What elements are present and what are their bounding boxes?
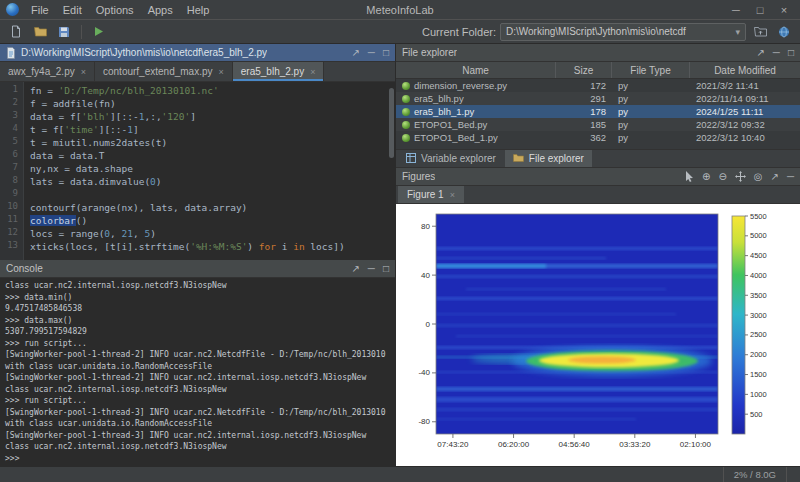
pan-icon[interactable] [735,171,746,182]
minimize-panel-icon[interactable]: ─ [787,171,794,182]
menu-help[interactable]: Help [180,0,217,20]
column-header-date-modified[interactable]: Date Modified [690,62,800,78]
console-title: Console [6,263,43,274]
dock-tab-file-explorer[interactable]: File explorer [505,150,592,167]
code-segment: locs = range( [30,228,104,239]
editor-panel-header: D:\Working\MIScript\Jython\mis\io\netcdf… [0,44,395,62]
file-row-etopo1-bed-1-py[interactable]: ETOPO1_Bed_1.py362py2022/3/12 10:40 [396,131,800,144]
code-segment: 'time' [64,124,98,135]
column-header-size[interactable]: Size [556,62,612,78]
editor-tab-contourf-extend-max-py[interactable]: contourf_extend_max.py× [95,62,233,81]
new-file-icon[interactable] [6,23,26,41]
file-name: era5_blh.py [414,93,464,104]
code-line: ny,nx = data.shape [30,162,395,175]
code-segment: , [133,228,144,239]
column-header-file-type[interactable]: File Type [612,62,690,78]
file-name-cell: era5_blh_1.py [396,105,556,118]
editor-tab-bar: awx_fy4a_2.py×contourf_extend_max.py×era… [0,62,395,82]
console-line: 5307.799517594829 [5,326,390,338]
select-arrow-icon[interactable] [685,171,694,182]
file-modified-cell: 2021/3/2 11:41 [690,79,800,92]
current-folder-combo[interactable]: D:\Working\MIScript\Jython\mis\io\netcdf… [500,23,746,41]
memory-indicator[interactable]: 2% / 8.0G [723,467,786,482]
folder-icon [513,153,524,165]
code-segment: i [276,241,293,252]
float-panel-icon[interactable]: ↗ [756,47,764,58]
tab-label: awx_fy4a_2.py [8,66,75,77]
tab-close-icon[interactable]: × [310,67,315,77]
maximize-panel-icon[interactable]: □ [383,263,389,274]
zoom-in-icon[interactable]: ⊕ [702,171,710,182]
float-panel-icon[interactable]: ↗ [771,171,779,182]
minimize-panel-icon[interactable]: ─ [368,263,375,274]
column-header-name[interactable]: Name [396,62,556,78]
code-segment: data = f[ [30,111,81,122]
code-text[interactable]: fn = 'D:/Temp/nc/blh_20130101.nc'f = add… [24,82,395,260]
line-number: 13 [0,240,23,253]
float-panel-icon[interactable]: ↗ [351,263,359,274]
console-line: >>> [5,453,390,465]
figure-canvas[interactable]: 80400-40-8007:43:2006:20:0004:56:4003:33… [396,204,800,466]
menu-options[interactable]: Options [89,0,141,20]
toolbar-separator [81,25,82,39]
figure-tab[interactable]: Figure 1 × [398,186,464,203]
code-segment: colorbar [30,215,76,226]
window-controls: ─ □ × [724,0,796,20]
code-segment: in [293,241,304,252]
menu-apps[interactable]: Apps [141,0,180,20]
tab-close-icon[interactable]: × [219,67,224,77]
file-explorer-header: File explorer ↗ ─ □ [396,44,800,62]
minimize-button[interactable]: ─ [724,0,748,20]
console-output[interactable]: class ucar.nc2.internal.iosp.netcdf3.N3i… [0,278,395,466]
tab-close-icon[interactable]: × [450,190,455,200]
maximize-panel-icon[interactable]: □ [788,47,794,58]
file-size-cell: 291 [556,92,612,105]
console-line: >>> data.min() [5,292,390,304]
code-editor[interactable]: 12345678910111213 fn = 'D:/Temp/nc/blh_2… [0,82,395,260]
dock-tab-variable-explorer[interactable]: Variable explorer [398,150,504,167]
float-panel-icon[interactable]: ↗ [351,47,359,58]
open-file-icon[interactable] [30,23,50,41]
file-row-etopo1-bed-py[interactable]: ETOPO1_Bed.py185py2022/3/12 09:32 [396,118,800,131]
file-name: dimension_reverse.py [414,80,507,91]
globe-icon[interactable] [774,23,794,41]
main-toolbar: Current Folder: D:\Working\MIScript\Jyth… [0,20,800,44]
figure-tab-bar: Figure 1 × [396,186,800,204]
file-row-era5-blh-1-py[interactable]: era5_blh_1.py178py2024/1/25 11:11 [396,105,800,118]
zoom-out-icon[interactable]: ⊖ [718,171,726,182]
maximize-panel-icon[interactable]: □ [383,47,389,58]
console-line: with class ucar.unidata.io.RandomAccessF… [5,418,390,430]
resize-grip[interactable] [786,467,800,482]
code-segment: ][::- [99,124,128,135]
close-button[interactable]: × [772,0,796,20]
axis-tick-label: -80 [418,417,430,426]
axis-tick-label: -40 [418,368,430,377]
tab-close-icon[interactable]: × [81,67,86,77]
editor-tab-era5-blh-2-py[interactable]: era5_blh_2.py× [233,62,325,81]
full-extent-icon[interactable]: ◎ [754,171,763,182]
menu-file[interactable]: File [24,0,56,20]
scrollbar-thumb[interactable] [389,88,394,158]
parent-folder-icon[interactable] [750,23,770,41]
editor-scrollbar[interactable] [388,82,395,260]
run-script-icon[interactable] [89,23,109,41]
minimize-panel-icon[interactable]: ─ [773,47,780,58]
console-line: >>> data.max() [5,315,390,327]
file-name-cell: dimension_reverse.py [396,79,556,92]
save-icon[interactable] [54,23,74,41]
file-row-era5-blh-py[interactable]: era5_blh.py291py2022/11/14 09:11 [396,92,800,105]
chevron-down-icon[interactable]: ▾ [735,27,740,37]
file-type-cell: py [612,105,690,118]
maximize-button[interactable]: □ [748,0,772,20]
file-row-dimension-reverse-py[interactable]: dimension_reverse.py172py2021/3/2 11:41 [396,79,800,92]
python-file-icon [402,82,410,90]
code-line: xticks(locs, [t[i].strftime('%H:%M:%S') … [30,240,395,253]
editor-tab-awx-fy4a-2-py[interactable]: awx_fy4a_2.py× [0,62,95,81]
current-folder-value: D:\Working\MIScript\Jython\mis\io\netcdf [506,26,731,37]
minimize-panel-icon[interactable]: ─ [368,47,375,58]
tab-label: contourf_extend_max.py [103,66,213,77]
code-segment: t = f[ [30,124,64,135]
code-line: lats = data.dimvalue(0) [30,175,395,188]
file-type-cell: py [612,79,690,92]
menu-edit[interactable]: Edit [56,0,89,20]
